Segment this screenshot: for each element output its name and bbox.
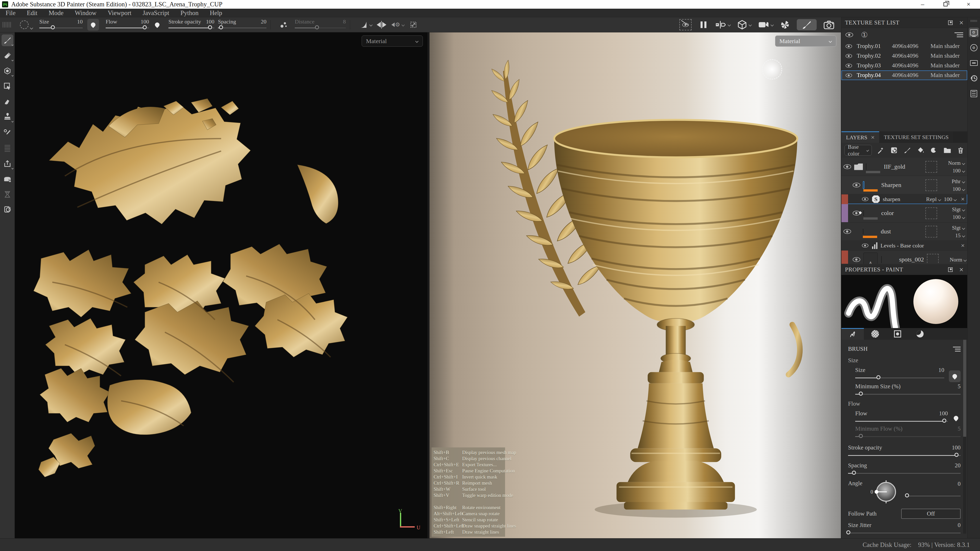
visibility-toggle[interactable] (853, 257, 860, 262)
visibility-toggle[interactable] (853, 183, 860, 187)
warp-mode-icon[interactable] (409, 20, 418, 29)
spacing-slider[interactable] (848, 470, 961, 476)
mask-slot[interactable] (925, 161, 937, 173)
export-button[interactable] (2, 158, 13, 170)
float-panel-icon[interactable] (948, 21, 953, 25)
layer-row-spots[interactable]: ∧ spots_002 Norm (842, 251, 967, 264)
folder-icon[interactable] (854, 164, 863, 170)
menu-mode[interactable]: Mode (49, 10, 64, 17)
add-paint-layer-icon[interactable] (904, 146, 911, 154)
layer-row-dust[interactable]: dust Slgt 15 (842, 222, 967, 241)
flow-pressure-button[interactable] (153, 22, 162, 27)
viewport-3d[interactable]: Material Shift+BDisplay previous mesh ma… (430, 32, 841, 538)
pause-engine-button[interactable] (698, 19, 708, 30)
texture-set-visibility-icon[interactable] (845, 32, 853, 37)
display-settings-icon[interactable]: ⚙ (969, 27, 979, 37)
shader-settings-icon[interactable]: ⚙ (969, 43, 979, 52)
texture-set-row-selected[interactable]: Trophy.04 4096x4096 Main shader (842, 70, 967, 80)
remove-effect-icon[interactable]: × (961, 242, 965, 249)
menu-file[interactable]: File (6, 10, 16, 17)
spacing-slider[interactable] (218, 25, 266, 31)
stroke-opacity-slider[interactable] (848, 453, 961, 459)
visibility-toggle[interactable] (862, 243, 869, 248)
layer-thumbnail[interactable] (863, 228, 863, 235)
angle-dial[interactable]: 0 (876, 482, 896, 502)
menu-python[interactable]: Python (180, 10, 199, 17)
visibility-toggle[interactable] (843, 229, 851, 234)
tab-stencil[interactable] (886, 328, 909, 340)
stroke-opacity-slider[interactable] (169, 25, 215, 31)
close-panel-icon[interactable]: × (959, 266, 964, 273)
dock-grip[interactable] (970, 20, 977, 22)
split-view-button[interactable] (715, 19, 730, 30)
channel-dropdown-2d[interactable]: Material (362, 35, 423, 47)
add-folder-icon[interactable] (943, 146, 951, 154)
min-flow-slider[interactable] (855, 433, 961, 440)
assets-shelf-icon[interactable] (969, 58, 979, 68)
3d-view-button[interactable] (737, 19, 751, 30)
falloff-curve-button[interactable] (359, 20, 372, 29)
list-options-icon[interactable] (955, 32, 963, 37)
single-set-view-icon[interactable]: ① (861, 31, 868, 38)
paint-tool-button[interactable] (2, 35, 13, 46)
toolbar-grip[interactable] (3, 22, 11, 27)
menu-window[interactable]: Window (75, 10, 97, 17)
follow-path-toggle[interactable]: Off (901, 509, 961, 519)
collapse-thumb[interactable]: ∧ (863, 252, 878, 264)
layer-thumbnail[interactable] (881, 256, 882, 263)
size-pressure-button[interactable] (87, 19, 99, 30)
smart-material-icon[interactable] (930, 146, 938, 154)
tab-alpha[interactable] (864, 328, 886, 340)
channel-dropdown-3d[interactable]: Material (775, 35, 836, 47)
paint-mode-button[interactable] (797, 19, 817, 30)
resources-updater-button[interactable] (2, 204, 13, 216)
remove-effect-icon[interactable]: × (961, 195, 965, 203)
visibility-toggle[interactable] (843, 164, 851, 169)
layer-row-color[interactable]: color Slgt 100 (842, 204, 967, 222)
effect-row-levels[interactable]: Levels - Base color × (842, 241, 967, 251)
effect-row-sharpen[interactable]: S sharpen Repl 100 × (842, 194, 967, 204)
smudge-tool-button[interactable] (2, 96, 13, 107)
size-slider[interactable] (39, 25, 83, 31)
angle-slider[interactable] (906, 493, 961, 499)
delete-layer-icon[interactable] (957, 146, 964, 154)
mask-slot[interactable] (925, 207, 937, 219)
close-button[interactable]: × (957, 0, 980, 9)
eraser-tool-button[interactable] (2, 50, 13, 62)
scatter-icon[interactable] (280, 21, 288, 29)
bake-mesh-maps-button[interactable] (2, 173, 13, 185)
layer-thumbnail[interactable] (866, 163, 866, 170)
projection-tool-button[interactable] (2, 65, 13, 77)
menu-javascript[interactable]: JavaScript (143, 10, 169, 17)
environment-rotate-icon[interactable] (780, 19, 790, 30)
mask-slot[interactable] (925, 226, 937, 238)
viewport-splitter[interactable] (428, 32, 430, 538)
camera-button[interactable] (758, 19, 773, 30)
flow-slider[interactable] (106, 25, 149, 31)
channel-filter-dropdown[interactable]: Base color (845, 145, 872, 156)
layer-row-iif-gold[interactable]: IIF_gold Norm 100 (842, 158, 967, 176)
hide-selection-icon[interactable] (679, 19, 692, 30)
symmetry-icon[interactable] (377, 21, 387, 29)
restore-button[interactable] (934, 0, 957, 9)
visibility-toggle[interactable] (862, 197, 869, 201)
mask-slot[interactable] (925, 179, 937, 191)
menu-edit[interactable]: Edit (27, 10, 38, 17)
size-jitter-slider[interactable] (848, 530, 961, 536)
tab-brush[interactable] (842, 328, 864, 340)
size-pressure-button[interactable] (949, 370, 961, 382)
visibility-toggle[interactable] (845, 73, 852, 77)
material-picker-tool-button[interactable] (2, 126, 13, 138)
layer-thumbnail[interactable] (863, 210, 864, 217)
viewport-2d[interactable]: Material V U (15, 32, 428, 538)
menu-viewport[interactable]: Viewport (108, 10, 131, 17)
flow-slider[interactable] (855, 418, 948, 424)
min-size-slider[interactable] (855, 391, 961, 397)
symmetry-settings-icon[interactable]: ⚙ (391, 21, 404, 28)
screenshot-button[interactable] (823, 19, 835, 30)
visibility-toggle[interactable] (845, 64, 852, 68)
texture-set-row[interactable]: Trophy.03 4096x4096 Main shader (842, 61, 967, 70)
minimize-button[interactable]: – (911, 0, 934, 9)
close-tab-icon[interactable]: × (871, 134, 875, 141)
add-fill-layer-icon[interactable] (890, 146, 898, 154)
